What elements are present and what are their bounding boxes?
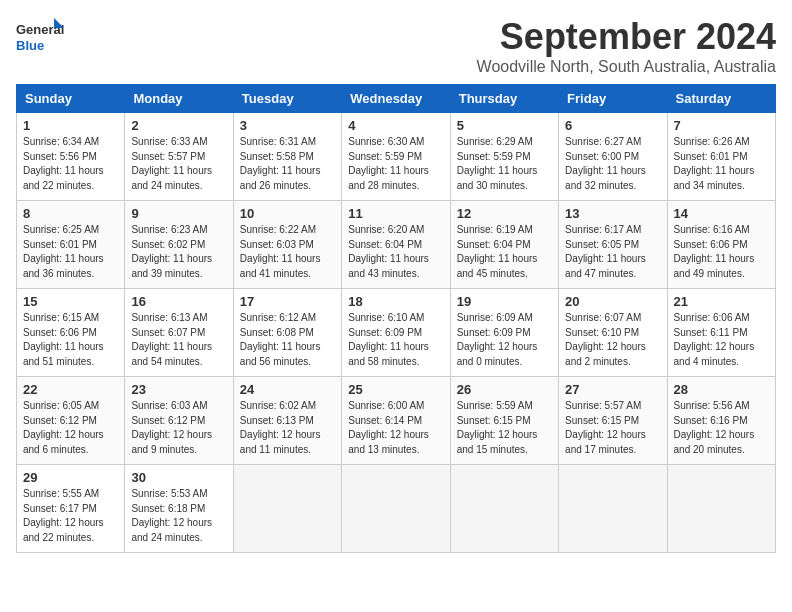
day-info: Sunrise: 6:22 AMSunset: 6:03 PMDaylight:… — [240, 223, 335, 281]
table-row: 13Sunrise: 6:17 AMSunset: 6:05 PMDayligh… — [559, 201, 667, 289]
day-number: 30 — [131, 470, 226, 485]
week-row-3: 15Sunrise: 6:15 AMSunset: 6:06 PMDayligh… — [17, 289, 776, 377]
day-info: Sunrise: 6:05 AMSunset: 6:12 PMDaylight:… — [23, 399, 118, 457]
day-info: Sunrise: 5:56 AMSunset: 6:16 PMDaylight:… — [674, 399, 769, 457]
table-row: 12Sunrise: 6:19 AMSunset: 6:04 PMDayligh… — [450, 201, 558, 289]
day-number: 4 — [348, 118, 443, 133]
table-row: 11Sunrise: 6:20 AMSunset: 6:04 PMDayligh… — [342, 201, 450, 289]
table-row: 1Sunrise: 6:34 AMSunset: 5:56 PMDaylight… — [17, 113, 125, 201]
col-header-thursday: Thursday — [450, 85, 558, 113]
day-info: Sunrise: 6:33 AMSunset: 5:57 PMDaylight:… — [131, 135, 226, 193]
week-row-4: 22Sunrise: 6:05 AMSunset: 6:12 PMDayligh… — [17, 377, 776, 465]
day-number: 3 — [240, 118, 335, 133]
col-header-friday: Friday — [559, 85, 667, 113]
day-number: 17 — [240, 294, 335, 309]
svg-text:Blue: Blue — [16, 38, 44, 53]
day-info: Sunrise: 6:00 AMSunset: 6:14 PMDaylight:… — [348, 399, 443, 457]
table-row: 29Sunrise: 5:55 AMSunset: 6:17 PMDayligh… — [17, 465, 125, 553]
day-info: Sunrise: 6:20 AMSunset: 6:04 PMDaylight:… — [348, 223, 443, 281]
day-info: Sunrise: 6:16 AMSunset: 6:06 PMDaylight:… — [674, 223, 769, 281]
day-number: 20 — [565, 294, 660, 309]
header: General Blue September 2024 Woodville No… — [16, 16, 776, 76]
table-row: 24Sunrise: 6:02 AMSunset: 6:13 PMDayligh… — [233, 377, 341, 465]
day-info: Sunrise: 6:10 AMSunset: 6:09 PMDaylight:… — [348, 311, 443, 369]
day-info: Sunrise: 6:12 AMSunset: 6:08 PMDaylight:… — [240, 311, 335, 369]
day-info: Sunrise: 6:23 AMSunset: 6:02 PMDaylight:… — [131, 223, 226, 281]
table-row: 4Sunrise: 6:30 AMSunset: 5:59 PMDaylight… — [342, 113, 450, 201]
header-row: SundayMondayTuesdayWednesdayThursdayFrid… — [17, 85, 776, 113]
table-row: 28Sunrise: 5:56 AMSunset: 6:16 PMDayligh… — [667, 377, 775, 465]
col-header-monday: Monday — [125, 85, 233, 113]
day-info: Sunrise: 6:15 AMSunset: 6:06 PMDaylight:… — [23, 311, 118, 369]
table-row: 22Sunrise: 6:05 AMSunset: 6:12 PMDayligh… — [17, 377, 125, 465]
table-row: 8Sunrise: 6:25 AMSunset: 6:01 PMDaylight… — [17, 201, 125, 289]
day-info: Sunrise: 5:59 AMSunset: 6:15 PMDaylight:… — [457, 399, 552, 457]
table-row — [233, 465, 341, 553]
day-number: 27 — [565, 382, 660, 397]
table-row: 10Sunrise: 6:22 AMSunset: 6:03 PMDayligh… — [233, 201, 341, 289]
day-number: 13 — [565, 206, 660, 221]
table-row: 6Sunrise: 6:27 AMSunset: 6:00 PMDaylight… — [559, 113, 667, 201]
week-row-1: 1Sunrise: 6:34 AMSunset: 5:56 PMDaylight… — [17, 113, 776, 201]
table-row: 15Sunrise: 6:15 AMSunset: 6:06 PMDayligh… — [17, 289, 125, 377]
day-info: Sunrise: 6:31 AMSunset: 5:58 PMDaylight:… — [240, 135, 335, 193]
col-header-sunday: Sunday — [17, 85, 125, 113]
table-row: 2Sunrise: 6:33 AMSunset: 5:57 PMDaylight… — [125, 113, 233, 201]
table-row: 18Sunrise: 6:10 AMSunset: 6:09 PMDayligh… — [342, 289, 450, 377]
day-number: 10 — [240, 206, 335, 221]
day-number: 21 — [674, 294, 769, 309]
table-row: 26Sunrise: 5:59 AMSunset: 6:15 PMDayligh… — [450, 377, 558, 465]
col-header-tuesday: Tuesday — [233, 85, 341, 113]
day-info: Sunrise: 5:53 AMSunset: 6:18 PMDaylight:… — [131, 487, 226, 545]
table-row — [559, 465, 667, 553]
day-info: Sunrise: 6:06 AMSunset: 6:11 PMDaylight:… — [674, 311, 769, 369]
logo: General Blue — [16, 16, 66, 61]
day-number: 22 — [23, 382, 118, 397]
table-row — [450, 465, 558, 553]
day-number: 24 — [240, 382, 335, 397]
day-number: 1 — [23, 118, 118, 133]
table-row: 5Sunrise: 6:29 AMSunset: 5:59 PMDaylight… — [450, 113, 558, 201]
day-info: Sunrise: 6:27 AMSunset: 6:00 PMDaylight:… — [565, 135, 660, 193]
day-info: Sunrise: 6:29 AMSunset: 5:59 PMDaylight:… — [457, 135, 552, 193]
day-number: 18 — [348, 294, 443, 309]
day-number: 29 — [23, 470, 118, 485]
day-info: Sunrise: 6:09 AMSunset: 6:09 PMDaylight:… — [457, 311, 552, 369]
day-info: Sunrise: 6:34 AMSunset: 5:56 PMDaylight:… — [23, 135, 118, 193]
table-row: 9Sunrise: 6:23 AMSunset: 6:02 PMDaylight… — [125, 201, 233, 289]
day-info: Sunrise: 5:55 AMSunset: 6:17 PMDaylight:… — [23, 487, 118, 545]
week-row-2: 8Sunrise: 6:25 AMSunset: 6:01 PMDaylight… — [17, 201, 776, 289]
table-row: 16Sunrise: 6:13 AMSunset: 6:07 PMDayligh… — [125, 289, 233, 377]
table-row: 30Sunrise: 5:53 AMSunset: 6:18 PMDayligh… — [125, 465, 233, 553]
week-row-5: 29Sunrise: 5:55 AMSunset: 6:17 PMDayligh… — [17, 465, 776, 553]
day-number: 9 — [131, 206, 226, 221]
day-info: Sunrise: 6:19 AMSunset: 6:04 PMDaylight:… — [457, 223, 552, 281]
location-title: Woodville North, South Australia, Austra… — [477, 58, 776, 76]
day-info: Sunrise: 6:13 AMSunset: 6:07 PMDaylight:… — [131, 311, 226, 369]
title-area: September 2024 Woodville North, South Au… — [477, 16, 776, 76]
table-row: 3Sunrise: 6:31 AMSunset: 5:58 PMDaylight… — [233, 113, 341, 201]
day-number: 11 — [348, 206, 443, 221]
day-info: Sunrise: 6:17 AMSunset: 6:05 PMDaylight:… — [565, 223, 660, 281]
day-number: 6 — [565, 118, 660, 133]
day-number: 14 — [674, 206, 769, 221]
day-info: Sunrise: 6:25 AMSunset: 6:01 PMDaylight:… — [23, 223, 118, 281]
table-row: 17Sunrise: 6:12 AMSunset: 6:08 PMDayligh… — [233, 289, 341, 377]
day-number: 7 — [674, 118, 769, 133]
calendar-table: SundayMondayTuesdayWednesdayThursdayFrid… — [16, 84, 776, 553]
logo-svg: General Blue — [16, 16, 66, 61]
table-row: 19Sunrise: 6:09 AMSunset: 6:09 PMDayligh… — [450, 289, 558, 377]
day-info: Sunrise: 6:02 AMSunset: 6:13 PMDaylight:… — [240, 399, 335, 457]
day-number: 19 — [457, 294, 552, 309]
day-number: 5 — [457, 118, 552, 133]
day-number: 12 — [457, 206, 552, 221]
table-row: 7Sunrise: 6:26 AMSunset: 6:01 PMDaylight… — [667, 113, 775, 201]
table-row: 23Sunrise: 6:03 AMSunset: 6:12 PMDayligh… — [125, 377, 233, 465]
col-header-wednesday: Wednesday — [342, 85, 450, 113]
table-row: 25Sunrise: 6:00 AMSunset: 6:14 PMDayligh… — [342, 377, 450, 465]
table-row — [667, 465, 775, 553]
day-info: Sunrise: 6:03 AMSunset: 6:12 PMDaylight:… — [131, 399, 226, 457]
day-number: 28 — [674, 382, 769, 397]
day-number: 26 — [457, 382, 552, 397]
day-number: 25 — [348, 382, 443, 397]
